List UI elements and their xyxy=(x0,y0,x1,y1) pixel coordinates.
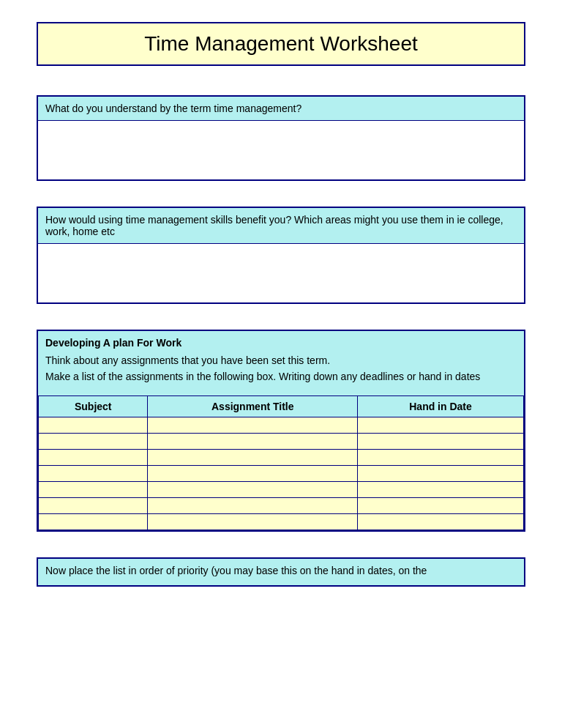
plan-section: Developing A plan For Work Think about a… xyxy=(37,330,525,532)
table-row[interactable] xyxy=(39,417,524,434)
table-cell[interactable] xyxy=(148,482,358,498)
table-cell[interactable] xyxy=(39,482,148,498)
table-cell[interactable] xyxy=(358,466,524,482)
col-hand-in-date: Hand in Date xyxy=(358,396,524,417)
table-row[interactable] xyxy=(39,450,524,466)
table-cell[interactable] xyxy=(358,434,524,450)
table-cell[interactable] xyxy=(39,498,148,514)
plan-header: Developing A plan For Work Think about a… xyxy=(38,331,524,393)
bottom-text: Now place the list in order of priority … xyxy=(45,565,427,576)
question1-box: What do you understand by the term time … xyxy=(37,95,525,181)
table-cell[interactable] xyxy=(148,498,358,514)
question2-header: How would using time management skills b… xyxy=(38,208,524,244)
table-cell[interactable] xyxy=(39,514,148,530)
page-title: Time Management Worksheet xyxy=(53,32,509,56)
table-row[interactable] xyxy=(39,482,524,498)
question1-header: What do you understand by the term time … xyxy=(38,97,524,121)
table-cell[interactable] xyxy=(148,417,358,434)
table-cell[interactable] xyxy=(39,434,148,450)
table-row[interactable] xyxy=(39,434,524,450)
table-cell[interactable] xyxy=(148,514,358,530)
table-cell[interactable] xyxy=(148,434,358,450)
col-assignment-title: Assignment Title xyxy=(148,396,358,417)
table-cell[interactable] xyxy=(358,450,524,466)
title-container: Time Management Worksheet xyxy=(37,22,525,66)
table-header-row: Subject Assignment Title Hand in Date xyxy=(39,396,524,417)
plan-line2: Make a list of the assignments in the fo… xyxy=(45,371,517,382)
table-cell[interactable] xyxy=(39,450,148,466)
table-cell[interactable] xyxy=(358,417,524,434)
table-row[interactable] xyxy=(39,466,524,482)
table-cell[interactable] xyxy=(358,514,524,530)
table-cell[interactable] xyxy=(358,498,524,514)
assignment-table: Subject Assignment Title Hand in Date xyxy=(38,395,524,530)
plan-title: Developing A plan For Work xyxy=(45,337,517,349)
table-row[interactable] xyxy=(39,498,524,514)
table-cell[interactable] xyxy=(148,450,358,466)
question2-box: How would using time management skills b… xyxy=(37,207,525,304)
question2-answer-area[interactable] xyxy=(38,244,524,302)
table-cell[interactable] xyxy=(39,466,148,482)
table-row[interactable] xyxy=(39,514,524,530)
question1-answer-area[interactable] xyxy=(38,121,524,179)
table-cell[interactable] xyxy=(39,417,148,434)
bottom-section: Now place the list in order of priority … xyxy=(37,557,525,587)
table-cell[interactable] xyxy=(358,482,524,498)
question1-text: What do you understand by the term time … xyxy=(45,103,301,114)
question2-text: How would using time management skills b… xyxy=(45,214,503,237)
table-cell[interactable] xyxy=(148,466,358,482)
plan-line1: Think about any assignments that you hav… xyxy=(45,354,517,366)
col-subject: Subject xyxy=(39,396,148,417)
